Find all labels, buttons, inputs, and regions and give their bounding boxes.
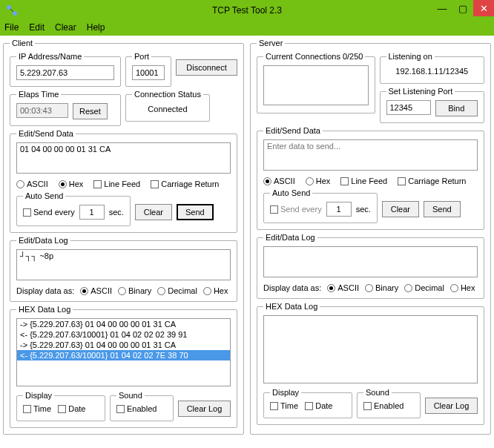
conn-status-legend: Connection Status [132,90,203,99]
server-log-sound-group: Sound Enabled [357,388,421,418]
server-sendevery-check[interactable]: Send every [270,205,322,214]
client-encoding-hex[interactable]: Hex [59,179,84,188]
client-edit-send-legend: Edit/Send Data [16,129,76,138]
svg-line-2 [10,9,13,12]
sec-label: sec. [109,208,124,217]
server-send-button[interactable]: Send [424,201,461,217]
client-group: Client IP Address/Name Port Disconnect E… [3,39,244,435]
client-edit-send-group: Edit/Send Data 01 04 00 00 00 01 31 CA A… [10,129,237,233]
server-edit-send-group: Edit/Send Data ASCII Hex Line Feed Carri… [257,126,484,230]
elaps-legend: Elaps Time [16,90,61,99]
client-legend: Client [10,39,35,47]
hex-log-item[interactable]: <- {5.229.207.63/10001} 01 04 02 02 7E 3… [17,350,230,360]
server-display-binary[interactable]: Binary [365,283,398,292]
client-data-log-group: Edit/Data Log ┘┐┐ ~8p Display data as: A… [10,236,237,302]
server-autosend-legend: Auto Send [270,188,312,197]
server-log-display-group: Display Time Date [263,388,352,418]
server-send-data[interactable] [263,139,478,171]
minimize-button[interactable]: — [432,0,452,16]
server-edit-send-legend: Edit/Send Data [263,126,323,135]
client-clearlog-button[interactable]: Clear Log [178,401,231,417]
set-port-legend: Set Listening Port [386,87,455,96]
client-encoding-ascii[interactable]: ASCII [16,179,48,188]
client-display-hex[interactable]: Hex [203,286,228,295]
app-icon [3,1,21,19]
server-hex-listbox[interactable] [263,315,478,383]
listening-legend: Listening on [386,52,435,61]
client-send-button[interactable]: Send [177,204,214,220]
bind-button[interactable]: Bind [435,100,478,116]
client-display-binary[interactable]: Binary [118,286,151,295]
port-group: Port [125,52,171,87]
client-linefeed[interactable]: Line Feed [93,179,140,188]
menu-help[interactable]: Help [87,22,105,33]
server-group: Server Current Connections 0/250 Listeni… [250,39,491,435]
listening-value: 192.168.1.11/12345 [386,65,478,77]
client-log-sound-enabled[interactable]: Enabled [116,404,157,413]
client-data-log-legend: Edit/Data Log [16,236,70,245]
hex-log-item[interactable]: -> {5.229.207.63} 01 04 00 00 00 01 31 C… [17,319,230,329]
server-display-ascii[interactable]: ASCII [327,283,359,292]
client-hex-listbox[interactable]: -> {5.229.207.63} 01 04 00 00 00 01 31 C… [16,318,231,386]
server-send-interval[interactable] [326,202,352,217]
client-hex-log-legend: HEX Data Log [16,305,73,314]
elaps-value [16,103,68,118]
ip-group: IP Address/Name [10,52,121,87]
client-send-interval[interactable] [79,205,105,220]
menu-edit[interactable]: Edit [29,22,45,33]
server-autosend-group: Auto Send Send every sec. [263,188,378,223]
server-log-sound-enabled[interactable]: Enabled [363,401,404,410]
client-clear-button[interactable]: Clear [135,204,172,220]
server-clearlog-button[interactable]: Clear Log [425,398,478,414]
menu-file[interactable]: File [4,22,19,33]
client-display-ascii[interactable]: ASCII [80,286,112,295]
set-port-input[interactable] [386,100,431,115]
client-log-date[interactable]: Date [58,404,85,413]
server-carriage[interactable]: Carriage Return [398,177,466,185]
server-display-hex[interactable]: Hex [450,283,475,292]
port-legend: Port [132,52,151,61]
client-sendevery-check[interactable]: Send every [23,208,75,217]
server-clear-button[interactable]: Clear [382,201,419,217]
close-button[interactable]: ✕ [473,0,494,16]
display-as-label: Display data as: [16,286,74,295]
client-log-sound-group: Sound Enabled [110,391,174,421]
client-send-data[interactable]: 01 04 00 00 00 01 31 CA [16,142,231,174]
set-port-group: Set Listening Port Bind [380,87,485,123]
client-data-log[interactable]: ┘┐┐ ~8p [16,249,231,280]
conn-status-value: Connected [132,103,203,115]
client-autosend-group: Auto Send Send every sec. [16,191,131,226]
disconnect-button[interactable]: Disconnect [176,59,237,76]
client-autosend-legend: Auto Send [23,191,65,200]
server-data-log[interactable] [263,246,478,277]
window-controls: — ▢ ✕ [432,0,494,16]
server-log-date[interactable]: Date [305,401,332,410]
server-hex-log-group: HEX Data Log Display Time Date Sound Ena… [257,302,484,425]
server-hex-log-legend: HEX Data Log [263,302,320,311]
content: Client IP Address/Name Port Disconnect E… [0,36,494,438]
menu-bar: File Edit Clear Help [0,21,494,36]
client-carriage[interactable]: Carriage Return [151,179,219,188]
ip-legend: IP Address/Name [16,52,84,61]
server-linefeed[interactable]: Line Feed [340,177,387,185]
server-encoding-hex[interactable]: Hex [306,177,331,185]
client-log-time[interactable]: Time [23,404,51,413]
cur-conn-legend: Current Connections 0/250 [263,52,365,61]
hex-log-item[interactable]: -> {5.229.207.63} 01 04 00 00 00 01 31 C… [17,340,230,350]
port-input[interactable] [132,65,165,80]
cur-conn-list[interactable] [263,65,369,105]
server-data-log-legend: Edit/Data Log [263,233,317,242]
hex-log-item[interactable]: <- {5.229.207.63/10001} 01 04 02 02 02 3… [17,329,230,340]
client-log-display-group: Display Time Date [16,391,105,421]
menu-clear[interactable]: Clear [55,22,76,33]
reset-button[interactable]: Reset [73,103,108,119]
server-data-log-group: Edit/Data Log Display data as: ASCII Bin… [257,233,484,299]
server-legend: Server [257,39,285,47]
server-encoding-ascii[interactable]: ASCII [263,177,295,185]
ip-input[interactable] [16,65,114,80]
server-log-time[interactable]: Time [270,401,298,410]
server-display-decimal[interactable]: Decimal [404,283,444,292]
title-bar: TCP Test Tool 2.3 — ▢ ✕ [0,0,494,21]
maximize-button[interactable]: ▢ [452,0,473,16]
client-display-decimal[interactable]: Decimal [157,286,197,295]
